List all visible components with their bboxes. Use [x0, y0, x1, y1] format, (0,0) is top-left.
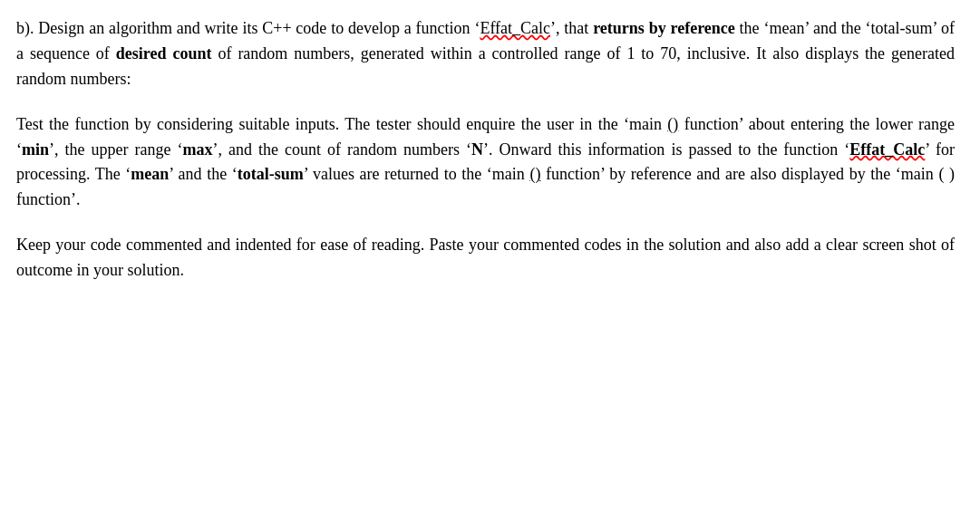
paragraph-1: b). Design an algorithm and write its C+… [16, 16, 955, 92]
paragraph-2: Test the function by considering suitabl… [16, 112, 955, 214]
paragraph-3: Keep your code commented and indented fo… [16, 233, 955, 284]
content-wrapper: b). Design an algorithm and write its C+… [16, 16, 955, 284]
